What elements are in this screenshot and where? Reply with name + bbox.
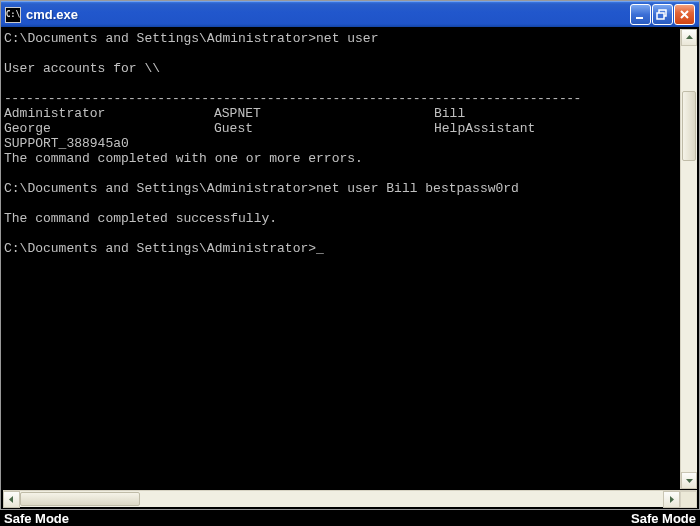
- desktop: C:\ cmd.exe C:\Documen: [0, 0, 700, 526]
- output-text: The command completed with one or more e…: [4, 151, 363, 166]
- scroll-up-button[interactable]: [681, 29, 697, 46]
- prompt-path: C:\Documents and Settings\Administrator>: [4, 31, 316, 46]
- cmd-icon: C:\: [5, 7, 21, 23]
- terminal-output[interactable]: C:\Documents and Settings\Administrator>…: [3, 29, 697, 489]
- table-row: SUPPORT_388945a0: [4, 136, 697, 151]
- user-cell: SUPPORT_388945a0: [4, 136, 214, 151]
- table-row: GeorgeGuestHelpAssistant: [4, 121, 697, 136]
- scroll-track[interactable]: [20, 491, 663, 507]
- user-cell: [434, 136, 697, 151]
- output-text: User accounts for \\: [4, 61, 160, 76]
- scroll-track[interactable]: [681, 46, 697, 472]
- scroll-left-button[interactable]: [3, 491, 20, 508]
- vertical-scrollbar[interactable]: [680, 29, 697, 489]
- user-cell: [214, 136, 434, 151]
- prompt-path: C:\Documents and Settings\Administrator>: [4, 241, 316, 256]
- user-cell: HelpAssistant: [434, 121, 697, 136]
- scroll-thumb[interactable]: [682, 91, 696, 161]
- separator-line: ----------------------------------------…: [4, 91, 581, 106]
- minimize-button[interactable]: [630, 4, 651, 25]
- table-row: AdministratorASPNETBill: [4, 106, 697, 121]
- scroll-down-button[interactable]: [681, 472, 697, 489]
- prompt-path: C:\Documents and Settings\Administrator>: [4, 181, 316, 196]
- scroll-corner: [680, 491, 697, 508]
- command-text: net user Bill bestpassw0rd: [316, 181, 519, 196]
- window-controls: [630, 4, 695, 25]
- titlebar[interactable]: C:\ cmd.exe: [1, 1, 699, 27]
- user-cell: ASPNET: [214, 106, 434, 121]
- user-cell: Guest: [214, 121, 434, 136]
- cmd-window: C:\ cmd.exe C:\Documen: [0, 0, 700, 510]
- user-cell: George: [4, 121, 214, 136]
- horizontal-scrollbar[interactable]: [3, 490, 697, 507]
- svg-rect-2: [657, 13, 664, 19]
- cursor: _: [316, 241, 324, 256]
- user-cell: Bill: [434, 106, 697, 121]
- command-text: net user: [316, 31, 378, 46]
- close-button[interactable]: [674, 4, 695, 25]
- safe-mode-label: Safe Mode: [631, 511, 696, 526]
- window-title: cmd.exe: [26, 7, 630, 22]
- restore-button[interactable]: [652, 4, 673, 25]
- svg-rect-0: [636, 17, 643, 19]
- scroll-right-button[interactable]: [663, 491, 680, 508]
- safe-mode-label: Safe Mode: [4, 511, 69, 526]
- user-cell: Administrator: [4, 106, 214, 121]
- output-text: The command completed successfully.: [4, 211, 277, 226]
- scroll-thumb[interactable]: [20, 492, 140, 506]
